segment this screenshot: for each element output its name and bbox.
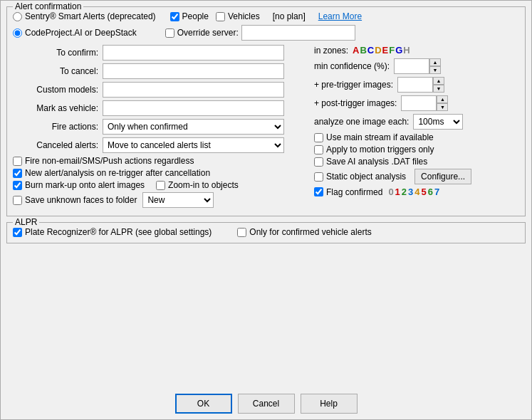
zone-b[interactable]: B — [360, 45, 366, 56]
new-alert-text: New alert/analysis on re-trigger after c… — [25, 168, 210, 178]
fire-non-email-checkbox[interactable] — [13, 157, 22, 166]
save-unknown-label[interactable]: Save unknown faces to folder — [13, 195, 137, 205]
codeproject-radio-label[interactable]: CodeProject.AI or DeepStack — [13, 28, 137, 38]
to-confirm-input[interactable]: * — [103, 45, 284, 61]
zoom-in-label[interactable]: Zoom-in to objects — [156, 180, 239, 190]
people-label: People — [182, 11, 209, 21]
pre-trigger-row: + pre-trigger images: 1 ▲ ▼ — [314, 77, 519, 93]
post-trigger-label: + post-trigger images: — [314, 98, 397, 108]
fire-actions-select[interactable]: Only when confirmed Always Never — [103, 119, 284, 135]
plate-recognizer-checkbox[interactable] — [13, 228, 22, 237]
cancel-button[interactable]: Cancel — [238, 394, 295, 414]
apply-to-motion-label[interactable]: Apply to motion triggers only — [314, 145, 434, 154]
use-main-stream-label[interactable]: Use main stream if available — [314, 132, 434, 142]
vehicles-checkbox-label[interactable]: Vehicles — [216, 11, 260, 21]
apply-to-motion-checkbox[interactable] — [314, 145, 323, 154]
post-trigger-up[interactable]: ▲ — [437, 95, 448, 103]
canceled-alerts-select[interactable]: Move to canceled alerts list Delete Keep — [103, 137, 284, 153]
zone-d[interactable]: D — [375, 45, 381, 56]
flag-num-0[interactable]: 0 — [388, 187, 393, 197]
alpr-content: Plate Recognizer® for ALPR (see global s… — [13, 227, 519, 237]
zone-c[interactable]: C — [367, 45, 374, 56]
fire-non-email-label[interactable]: Fire non-email/SMS/Push actions regardle… — [13, 156, 194, 166]
plate-recognizer-label[interactable]: Plate Recognizer® for ALPR (see global s… — [13, 227, 212, 237]
static-object-checkbox[interactable] — [314, 172, 323, 182]
post-trigger-spinner-btns: ▲ ▼ — [437, 95, 448, 111]
save-ai-dat-row: Save AI analysis .DAT files — [314, 157, 519, 167]
use-main-stream-checkbox[interactable] — [314, 133, 323, 142]
fire-non-email-text: Fire non-email/SMS/Push actions regardle… — [25, 156, 194, 166]
use-main-stream-row: Use main stream if available — [314, 132, 519, 142]
override-server-label[interactable]: Override server: — [165, 28, 241, 38]
save-unknown-text: Save unknown faces to folder — [25, 195, 137, 205]
pre-trigger-up[interactable]: ▲ — [433, 77, 444, 85]
people-checkbox[interactable] — [170, 12, 179, 21]
zone-h[interactable]: H — [403, 45, 410, 56]
codeproject-radio[interactable] — [13, 28, 22, 38]
new-folder-select[interactable]: New — [142, 192, 214, 208]
right-column: in zones: A B C D E F G H min confidence… — [308, 45, 519, 210]
flag-confirmed-label[interactable]: Flag confirmed — [314, 187, 382, 197]
dialog: Alert confirmation Sentry® Smart Alerts … — [0, 0, 532, 420]
only-confirmed-label[interactable]: Only for confirmed vehicle alerts — [237, 227, 371, 237]
save-unknown-checkbox[interactable] — [13, 196, 22, 205]
new-alert-checkbox[interactable] — [13, 169, 22, 178]
post-trigger-down[interactable]: ▼ — [437, 103, 448, 111]
codeproject-radio-text: CodeProject.AI or DeepStack — [25, 28, 137, 38]
in-zones-label: in zones: — [314, 46, 348, 56]
flag-num-7[interactable]: 7 — [434, 187, 439, 197]
flag-num-1[interactable]: 1 — [395, 187, 400, 197]
save-unknown-row: Save unknown faces to folder New — [13, 192, 308, 208]
fire-actions-label: Fire actions: — [13, 122, 98, 132]
analyze-select[interactable]: 100ms 200ms 500ms 1s — [413, 114, 463, 130]
burn-markup-label[interactable]: Burn mark-up onto alert images — [13, 180, 145, 190]
configure-button[interactable]: Configure... — [414, 169, 471, 184]
flag-confirmed-checkbox[interactable] — [314, 187, 323, 196]
pre-trigger-down[interactable]: ▼ — [433, 85, 444, 93]
help-button[interactable]: Help — [301, 394, 358, 414]
burn-markup-text: Burn mark-up onto alert images — [25, 180, 145, 190]
to-cancel-input[interactable]: DoNotCancel — [103, 63, 284, 79]
override-server-checkbox[interactable] — [165, 28, 174, 38]
flag-num-3[interactable]: 3 — [408, 187, 413, 197]
save-ai-dat-label[interactable]: Save AI analysis .DAT files — [314, 157, 427, 167]
custom-models-label: Custom models: — [13, 85, 98, 95]
flag-num-5[interactable]: 5 — [422, 187, 427, 197]
zone-a[interactable]: A — [353, 45, 359, 56]
mark-as-vehicle-label: Mark as vehicle: — [13, 103, 98, 113]
new-alert-label[interactable]: New alert/analysis on re-trigger after c… — [13, 168, 210, 178]
zone-g[interactable]: G — [395, 45, 402, 56]
sentry-radio[interactable] — [13, 12, 22, 21]
save-ai-dat-text: Save AI analysis .DAT files — [326, 157, 427, 167]
min-confidence-down[interactable]: ▼ — [429, 66, 441, 74]
learn-more-link[interactable]: Learn More — [318, 11, 362, 21]
flag-num-2[interactable]: 2 — [402, 187, 407, 197]
use-main-stream-text: Use main stream if available — [326, 132, 434, 142]
people-checkbox-label[interactable]: People — [170, 11, 209, 21]
ok-button[interactable]: OK — [175, 394, 232, 414]
zone-f[interactable]: F — [389, 45, 395, 56]
flag-num-4[interactable]: 4 — [414, 187, 419, 197]
min-confidence-label: min confidence (%): — [314, 61, 390, 71]
plate-recognizer-text: Plate Recognizer® for ALPR (see global s… — [25, 227, 212, 237]
zoom-in-checkbox[interactable] — [156, 181, 165, 190]
min-confidence-input[interactable]: 40 — [394, 58, 429, 74]
mark-as-vehicle-input[interactable]: DayPlate, NightPlate, license-plate, car — [103, 100, 284, 116]
only-confirmed-checkbox[interactable] — [237, 228, 246, 237]
custom-models-input[interactable]: alpr — [103, 82, 284, 98]
static-object-label[interactable]: Static object analysis — [314, 172, 406, 182]
burn-markup-checkbox[interactable] — [13, 181, 22, 190]
pre-trigger-input[interactable]: 1 — [397, 77, 433, 93]
to-cancel-row: To cancel: DoNotCancel — [13, 63, 308, 79]
flag-num-6[interactable]: 6 — [428, 187, 433, 197]
sentry-radio-label[interactable]: Sentry® Smart Alerts (deprecated) — [13, 11, 156, 21]
min-confidence-up[interactable]: ▲ — [429, 58, 441, 66]
override-server-text: Override server: — [177, 28, 239, 38]
sentry-radio-text: Sentry® Smart Alerts (deprecated) — [25, 11, 156, 21]
vehicles-checkbox[interactable] — [216, 12, 225, 21]
post-trigger-input[interactable]: 50 — [401, 95, 437, 111]
post-trigger-row: + post-trigger images: 50 ▲ ▼ — [314, 95, 519, 111]
zone-e[interactable]: E — [382, 45, 389, 56]
server-input[interactable]: 127.0.0.1:82 — [241, 25, 355, 41]
save-ai-dat-checkbox[interactable] — [314, 157, 323, 167]
